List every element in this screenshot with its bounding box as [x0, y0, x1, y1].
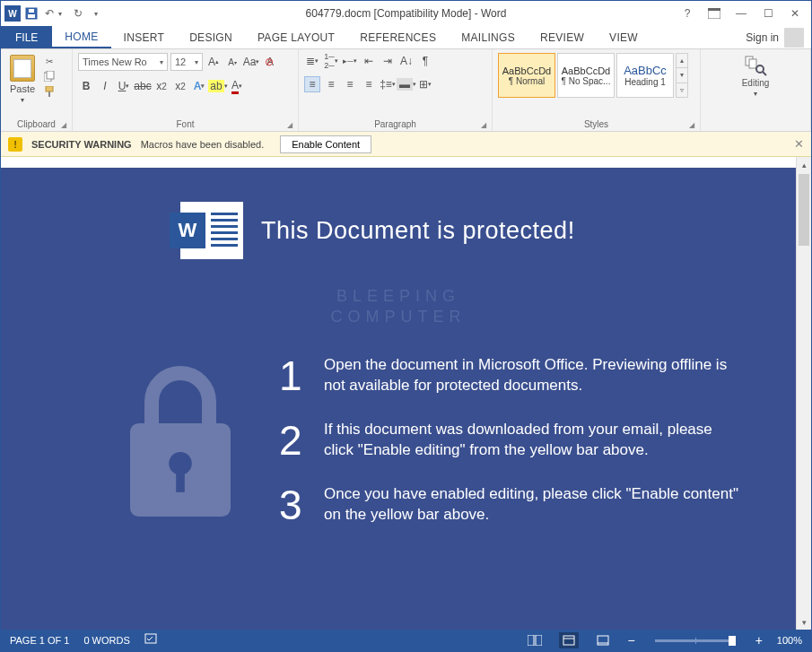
status-page[interactable]: PAGE 1 OF 1: [10, 635, 69, 646]
word-app-icon: W: [4, 5, 21, 22]
svg-rect-18: [536, 635, 542, 646]
grow-font-icon[interactable]: A▴: [205, 54, 222, 70]
font-name-combo[interactable]: Times New Ro▾: [78, 53, 168, 71]
italic-icon[interactable]: I: [97, 78, 113, 94]
sort-icon[interactable]: A↓: [398, 53, 415, 69]
bold-icon[interactable]: B: [78, 78, 94, 94]
security-warning-title: SECURITY WARNING: [31, 139, 132, 150]
editing-label: Editing: [742, 78, 770, 88]
underline-icon[interactable]: U▾: [116, 78, 132, 94]
redo-icon[interactable]: ↻: [71, 6, 85, 21]
styles-dialog-launcher-icon[interactable]: ◢: [689, 121, 694, 129]
align-left-icon[interactable]: ≡: [304, 76, 320, 92]
clear-formatting-icon[interactable]: A⊘: [262, 54, 278, 70]
qat-customize-icon[interactable]: ▾: [89, 6, 103, 21]
multilevel-list-icon[interactable]: ▸─▾: [342, 53, 358, 69]
line-spacing-icon[interactable]: ‡≡▾: [380, 76, 396, 92]
help-icon[interactable]: ?: [680, 6, 694, 21]
styles-row-up-icon[interactable]: ▴: [677, 54, 687, 68]
styles-expand-icon[interactable]: ▿: [677, 83, 687, 97]
show-hide-icon[interactable]: ¶: [417, 53, 433, 69]
format-painter-icon[interactable]: [42, 85, 57, 98]
print-layout-icon[interactable]: [559, 632, 579, 648]
superscript-icon[interactable]: x2: [172, 78, 188, 94]
tab-references[interactable]: REFERENCES: [347, 26, 449, 48]
change-case-icon[interactable]: Aa▾: [243, 54, 259, 70]
align-right-icon[interactable]: ≡: [342, 76, 358, 92]
font-size-combo[interactable]: 12▾: [170, 53, 203, 71]
status-proofing-icon[interactable]: [144, 633, 159, 648]
document-watermark: BLEEPING COMPUTER: [1, 286, 796, 328]
svg-rect-1: [28, 14, 35, 18]
group-editing: Editing ▾: [701, 49, 811, 131]
styles-gallery-nav[interactable]: ▴ ▾ ▿: [676, 53, 688, 98]
document-page[interactable]: W This Document is protected! BLEEPING C…: [1, 168, 796, 630]
web-layout-icon[interactable]: [593, 632, 613, 648]
scroll-down-icon[interactable]: ▾: [797, 614, 811, 630]
font-color-icon[interactable]: A▾: [229, 78, 245, 94]
tab-file[interactable]: FILE: [1, 26, 52, 48]
svg-rect-4: [708, 8, 720, 11]
font-dialog-launcher-icon[interactable]: ◢: [287, 121, 292, 129]
editing-button[interactable]: Editing ▾: [737, 53, 775, 100]
tab-insert[interactable]: INSERT: [111, 26, 178, 48]
zoom-out-button[interactable]: −: [627, 633, 634, 648]
security-warning-bar: ! SECURITY WARNING Macros have been disa…: [1, 132, 811, 157]
tab-design[interactable]: DESIGN: [177, 26, 245, 48]
undo-dropdown-icon[interactable]: ▾: [53, 6, 67, 21]
style-no-spacing[interactable]: AaBbCcDd ¶ No Spac...: [557, 53, 615, 98]
justify-icon[interactable]: ≡: [361, 76, 377, 92]
tab-view[interactable]: VIEW: [597, 26, 650, 48]
paste-button[interactable]: Paste ▾: [6, 53, 39, 106]
font-group-label: Font: [176, 119, 194, 129]
document-heading: This Document is protected!: [261, 217, 575, 245]
document-word-icon: W: [180, 202, 243, 259]
read-mode-icon[interactable]: [525, 632, 545, 648]
zoom-value[interactable]: 100%: [777, 635, 802, 646]
borders-icon[interactable]: ⊞▾: [417, 76, 433, 92]
zoom-in-button[interactable]: +: [755, 633, 763, 648]
maximize-icon[interactable]: ☐: [761, 6, 775, 21]
shrink-font-icon[interactable]: A▾: [224, 54, 240, 70]
scroll-up-icon[interactable]: ▴: [797, 157, 811, 172]
shading-icon[interactable]: ▬▾: [398, 76, 415, 92]
ribbon-display-options-icon[interactable]: [707, 6, 721, 21]
highlight-icon[interactable]: ab▾: [210, 78, 226, 94]
styles-row-down-icon[interactable]: ▾: [677, 68, 687, 83]
paste-dropdown-icon[interactable]: ▾: [21, 96, 24, 104]
tab-home[interactable]: HOME: [52, 26, 110, 48]
paragraph-dialog-launcher-icon[interactable]: ◢: [481, 121, 486, 129]
decrease-indent-icon[interactable]: ⇤: [361, 53, 377, 69]
scroll-thumb[interactable]: [799, 174, 809, 246]
styles-gallery: AaBbCcDd ¶ Normal AaBbCcDd ¶ No Spac... …: [498, 53, 688, 98]
tab-review[interactable]: REVIEW: [528, 26, 597, 48]
minimize-icon[interactable]: —: [734, 6, 748, 21]
tab-mailings[interactable]: MAILINGS: [449, 26, 528, 48]
cut-icon[interactable]: ✂: [42, 55, 57, 67]
group-clipboard: Paste ▾ ✂ Clipboard◢: [1, 49, 73, 131]
sign-in[interactable]: Sign in: [746, 26, 811, 48]
clipboard-dialog-launcher-icon[interactable]: ◢: [61, 121, 66, 129]
tab-page-layout[interactable]: PAGE LAYOUT: [245, 26, 347, 48]
align-center-icon[interactable]: ≡: [323, 76, 339, 92]
save-icon[interactable]: [24, 6, 39, 21]
group-paragraph: ≣▾ 1─2─▾ ▸─▾ ⇤ ⇥ A↓ ¶ ≡ ≡ ≡ ≡ ‡≡▾ ▬▾ ⊞▾ …: [299, 49, 493, 131]
document-area: W This Document is protected! BLEEPING C…: [1, 157, 811, 630]
status-words[interactable]: 0 WORDS: [83, 635, 129, 646]
style-normal[interactable]: AaBbCcDd ¶ Normal: [498, 53, 555, 98]
paste-icon: [10, 55, 35, 82]
enable-content-button[interactable]: Enable Content: [280, 135, 371, 153]
bullets-icon[interactable]: ≣▾: [304, 53, 320, 69]
text-effects-icon[interactable]: A▾: [191, 78, 207, 94]
copy-icon[interactable]: [42, 70, 57, 83]
numbering-icon[interactable]: 1─2─▾: [323, 53, 339, 69]
editing-dropdown-icon[interactable]: ▾: [754, 90, 757, 98]
style-heading1[interactable]: AaBbCc Heading 1: [616, 53, 674, 98]
subscript-icon[interactable]: x2: [153, 78, 170, 94]
close-icon[interactable]: ✕: [788, 6, 802, 21]
zoom-slider[interactable]: [655, 639, 736, 642]
security-bar-close-icon[interactable]: ✕: [794, 137, 804, 151]
strikethrough-icon[interactable]: abc: [135, 78, 151, 94]
vertical-scrollbar[interactable]: ▴ ▾: [796, 157, 811, 630]
increase-indent-icon[interactable]: ⇥: [380, 53, 396, 69]
